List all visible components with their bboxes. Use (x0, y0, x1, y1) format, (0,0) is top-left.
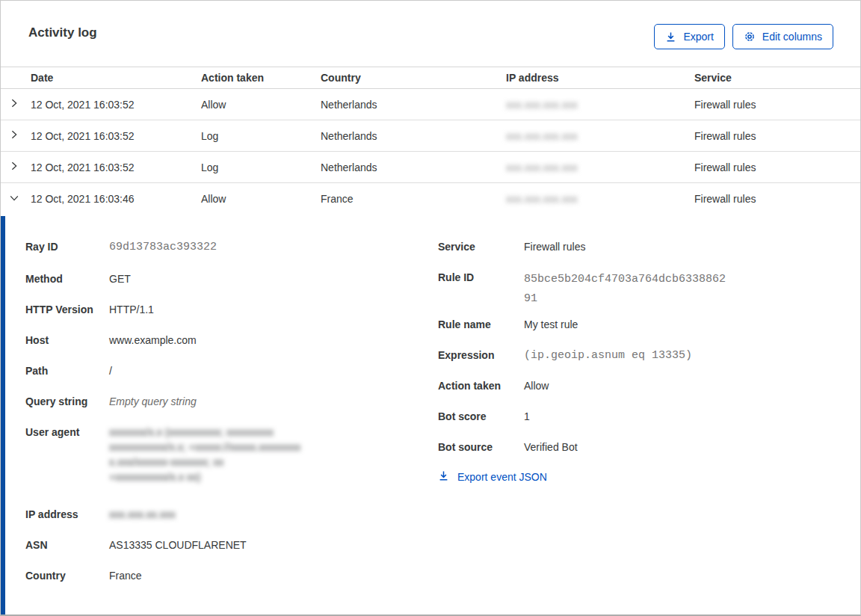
field-label: Rule name (438, 317, 524, 332)
detail-field-query-string: Query string Empty query string (25, 394, 438, 409)
download-icon (665, 31, 676, 43)
field-label: Bot score (438, 409, 524, 424)
export-event-json-link[interactable]: Export event JSON (438, 470, 547, 484)
activity-log-panel: Activity log Export Edit columns Date Ac… (0, 0, 861, 616)
field-label: Rule ID (438, 270, 524, 305)
field-label: User agent (25, 425, 109, 484)
field-value: AS13335 CLOUDFLARENET (109, 538, 247, 552)
detail-field-bot-score: Bot score 1 (438, 409, 860, 424)
row-country: Netherlands (321, 99, 506, 111)
detail-field-ip-address: IP address xxx.xxx.xx.xxx (25, 507, 438, 522)
detail-field-expression: Expression (ip.geoip.asnum eq 13335) (438, 348, 860, 364)
field-value: Verified Bot (524, 440, 578, 455)
details-right-column: Service Firewall rules Rule ID 85bce5b20… (438, 239, 860, 615)
event-details-section: Ray ID 69d13783ac393322 Method GET HTTP … (1, 216, 860, 615)
field-label: Path (25, 363, 109, 378)
download-icon (438, 470, 449, 484)
field-value: Allow (524, 378, 549, 393)
row-date: 12 Oct, 2021 16:03:52 (31, 99, 201, 111)
edit-columns-button-label: Edit columns (762, 31, 822, 43)
redacted-ip-value: xxx.xxx.xx.xxx (109, 507, 176, 522)
field-label: Country (25, 568, 109, 583)
table-row[interactable]: 12 Oct, 2021 16:03:52 Allow Netherlands … (1, 89, 860, 120)
field-value: (ip.geoip.asnum eq 13335) (524, 348, 692, 364)
redacted-user-agent-value: xxxxxxx/x.x (xxxxxxxxxx; xxxxxxxxx xxxxx… (109, 425, 300, 484)
chevron-down-icon[interactable] (9, 193, 19, 206)
redacted-ip-value: xxx.xxx.xxx.xxx (506, 130, 578, 142)
page-title: Activity log (28, 25, 97, 40)
column-header-country: Country (321, 72, 506, 84)
field-value: / (109, 363, 112, 378)
table-row[interactable]: 12 Oct, 2021 16:03:52 Log Netherlands xx… (1, 120, 860, 152)
row-service: Firewall rules (694, 193, 860, 205)
field-label: IP address (25, 507, 109, 522)
detail-field-http-version: HTTP Version HTTP/1.1 (25, 302, 438, 317)
detail-field-asn: ASN AS13335 CLOUDFLARENET (25, 538, 438, 552)
field-value: 85bce5b204cf4703a764dcb633886291 (524, 270, 727, 309)
row-action: Allow (201, 99, 321, 111)
export-button-label: Export (683, 31, 713, 43)
field-label: Action taken (438, 378, 524, 393)
field-value: Empty query string (109, 394, 197, 409)
field-label: Bot source (438, 440, 524, 455)
row-date: 12 Oct, 2021 16:03:52 (31, 130, 201, 142)
chevron-right-icon[interactable] (9, 129, 19, 142)
detail-field-rule-name: Rule name My test rule (438, 317, 860, 332)
row-service: Firewall rules (694, 99, 860, 111)
details-left-column: Ray ID 69d13783ac393322 Method GET HTTP … (5, 239, 438, 615)
table-header-row: Date Action taken Country IP address Ser… (1, 67, 860, 89)
row-action: Log (201, 130, 321, 142)
detail-field-rule-id: Rule ID 85bce5b204cf4703a764dcb633886291 (438, 270, 860, 305)
detail-field-path: Path / (25, 363, 438, 378)
edit-columns-button[interactable]: Edit columns (732, 24, 833, 49)
toolbar: Export Edit columns (654, 24, 833, 49)
detail-field-action-taken: Action taken Allow (438, 378, 860, 393)
export-button[interactable]: Export (654, 24, 724, 49)
detail-field-host: Host www.example.com (25, 333, 438, 348)
column-header-action: Action taken (201, 72, 321, 84)
field-label: HTTP Version (25, 302, 109, 317)
chevron-right-icon[interactable] (9, 98, 19, 111)
redacted-ip-value: xxx.xxx.xxx.xxx (506, 99, 578, 111)
chevron-right-icon[interactable] (9, 161, 19, 173)
row-country: France (321, 193, 506, 205)
table-row-expanded[interactable]: 12 Oct, 2021 16:03:46 Allow France xxx.x… (1, 183, 860, 215)
gear-icon (744, 31, 756, 43)
column-header-service: Service (694, 72, 860, 84)
field-value: www.example.com (109, 333, 197, 348)
field-label: Method (25, 271, 109, 286)
field-value: 1 (524, 409, 530, 424)
column-header-ip-address: IP address (506, 72, 694, 84)
detail-field-ray-id: Ray ID 69d13783ac393322 (25, 239, 438, 256)
detail-field-method: Method GET (25, 271, 438, 286)
field-label: Expression (438, 348, 524, 364)
field-value: HTTP/1.1 (109, 302, 154, 317)
column-header-date: Date (31, 72, 201, 84)
export-event-json-label: Export event JSON (457, 471, 547, 483)
field-label: Ray ID (25, 239, 109, 256)
row-date: 12 Oct, 2021 16:03:52 (31, 161, 201, 173)
field-label: ASN (25, 538, 109, 552)
field-value: My test rule (524, 317, 578, 332)
redacted-ip-value: xxx.xxx.xxx.xxx (506, 161, 578, 173)
detail-field-country: Country France (25, 568, 438, 583)
row-date: 12 Oct, 2021 16:03:46 (31, 193, 201, 205)
row-action: Allow (201, 193, 321, 205)
detail-field-user-agent: User agent xxxxxxx/x.x (xxxxxxxxxx; xxxx… (25, 425, 438, 484)
field-label: Service (438, 239, 524, 254)
detail-field-bot-source: Bot source Verified Bot (438, 440, 860, 455)
row-service: Firewall rules (694, 130, 860, 142)
redacted-ip-value: xxx.xxx.xxx.xxx (506, 193, 578, 205)
field-value: 69d13783ac393322 (109, 239, 217, 256)
row-service: Firewall rules (694, 161, 860, 173)
row-action: Log (201, 161, 321, 173)
detail-field-service: Service Firewall rules (438, 239, 860, 254)
row-country: Netherlands (321, 161, 506, 173)
field-value: Firewall rules (524, 239, 585, 254)
table-row[interactable]: 12 Oct, 2021 16:03:52 Log Netherlands xx… (1, 152, 860, 183)
activity-log-table: Date Action taken Country IP address Ser… (1, 67, 860, 215)
field-value: GET (109, 271, 131, 286)
field-value: France (109, 568, 142, 583)
field-label: Query string (25, 394, 109, 409)
field-label: Host (25, 333, 109, 348)
